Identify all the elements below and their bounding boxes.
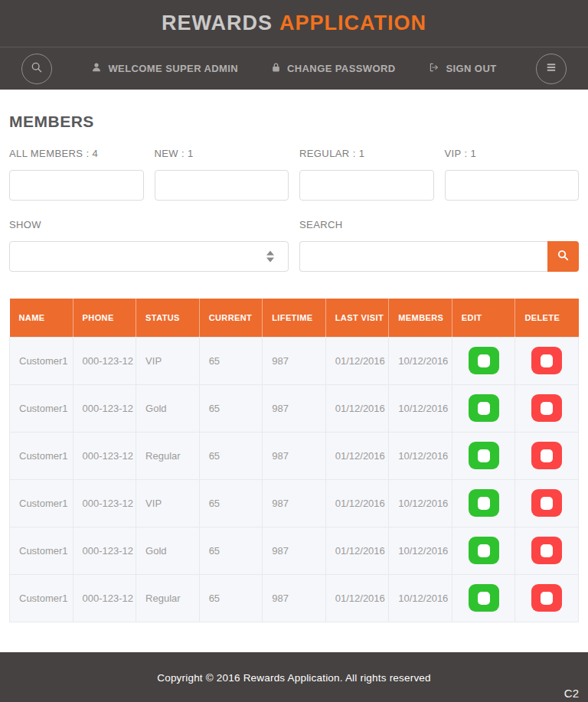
stat-new: NEW : 1 [155,148,289,201]
delete-icon [541,402,553,415]
menu-icon [546,63,557,74]
cell-members: 10/12/2016 [389,337,452,384]
cell-edit [452,432,515,479]
col-header-members: MEMBERS [389,299,452,337]
search-toggle-button[interactable] [21,54,52,84]
nav-sign-out-label: SIGN OUT [446,63,496,74]
delete-icon [541,497,553,510]
edit-icon [478,402,490,415]
app-title-application: APPLICATION [279,11,426,35]
show-control: SHOW [9,219,289,272]
app-header: REWARDS APPLICATION WELCOME SUPER ADMIN … [0,0,588,90]
main-content: MEMBERS ALL MEMBERS : 4 NEW : 1 REGULAR … [0,113,588,622]
table-row: Customer1 000-123-12 Regular 65 987 01/1… [10,574,579,622]
search-label: SEARCH [299,219,579,230]
delete-button[interactable] [531,537,562,564]
edit-button[interactable] [469,537,499,564]
col-header-delete: DELETE [515,299,579,337]
stat-vip-box[interactable] [445,170,580,201]
cell-members: 10/12/2016 [389,432,452,479]
table-row: Customer1 000-123-12 Gold 65 987 01/12/2… [10,384,579,432]
delete-icon [541,592,553,605]
col-header-edit: EDIT [452,299,515,337]
controls-row: SHOW SEARCH [9,219,579,272]
stat-new-label: NEW : 1 [155,148,289,159]
delete-button[interactable] [531,442,562,469]
edit-button[interactable] [469,489,499,517]
cell-phone: 000-123-12 [73,384,136,432]
cell-members: 10/12/2016 [389,384,452,432]
cell-current: 65 [199,432,263,479]
nav-sign-out[interactable]: SIGN OUT [428,62,496,75]
lock-icon [271,62,281,75]
menu-toggle-button[interactable] [536,54,567,84]
cell-last-visit: 01/12/2016 [325,527,389,574]
members-table: NAME PHONE STATUS CURRENT LIFETIME LAST … [9,299,579,622]
cell-delete [515,337,579,384]
edit-icon [478,592,490,605]
search-button[interactable] [547,241,579,272]
stat-regular-label: REGULAR : 1 [299,148,434,159]
user-icon [91,62,102,75]
show-select[interactable] [9,241,289,272]
stat-all-members: ALL MEMBERS : 4 [9,148,144,201]
delete-icon [541,544,553,557]
edit-button[interactable] [469,442,499,469]
stat-regular-box[interactable] [299,170,434,201]
cell-status: Regular [136,432,200,479]
navbar: WELCOME SUPER ADMIN CHANGE PASSWORD SIGN… [0,47,588,90]
app-title: REWARDS APPLICATION [0,0,588,47]
cell-phone: 000-123-12 [73,432,136,479]
col-header-status: STATUS [136,299,200,337]
col-header-name: NAME [10,299,74,337]
cell-name: Customer1 [10,337,74,384]
edit-icon [478,354,490,367]
col-header-phone: PHONE [73,299,136,337]
cell-current: 65 [199,527,263,574]
edit-button[interactable] [469,347,499,374]
edit-icon [478,544,490,557]
stat-new-box[interactable] [155,170,289,201]
app-footer: Copyright © 2016 Rewards Application. Al… [0,652,588,702]
nav-welcome-admin[interactable]: WELCOME SUPER ADMIN [91,62,238,75]
col-header-current: CURRENT [199,299,263,337]
search-input[interactable] [299,241,547,272]
cell-members: 10/12/2016 [389,574,452,622]
cell-status: Gold [136,527,200,574]
stat-all-members-box[interactable] [9,170,144,201]
table-row: Customer1 000-123-12 Gold 65 987 01/12/2… [10,527,579,574]
edit-button[interactable] [469,394,499,422]
cell-name: Customer1 [10,527,74,574]
cell-last-visit: 01/12/2016 [325,574,389,622]
cell-name: Customer1 [10,479,74,527]
stat-vip-label: VIP : 1 [445,148,580,159]
cell-current: 65 [199,384,263,432]
cell-delete [515,574,579,622]
nav-change-password[interactable]: CHANGE PASSWORD [271,62,396,75]
edit-icon [478,449,490,462]
cell-status: VIP [136,479,200,527]
cell-phone: 000-123-12 [73,479,136,527]
cell-last-visit: 01/12/2016 [325,384,389,432]
delete-button[interactable] [531,394,562,422]
search-icon [31,61,43,76]
cell-edit [452,384,515,432]
stat-vip: VIP : 1 [445,148,580,201]
cell-status: Regular [136,574,200,622]
col-header-last-visit: LAST VISIT [325,299,389,337]
cell-current: 65 [199,337,263,384]
nav-change-password-label: CHANGE PASSWORD [287,63,396,74]
sign-out-icon [428,62,439,75]
delete-button[interactable] [531,584,562,612]
stat-regular: REGULAR : 1 [299,148,434,201]
table-row: Customer1 000-123-12 Regular 65 987 01/1… [10,432,579,479]
cell-lifetime: 987 [263,432,326,479]
delete-button[interactable] [531,347,562,374]
cell-status: Gold [136,384,200,432]
cell-delete [515,432,579,479]
cell-name: Customer1 [10,574,74,622]
cell-name: Customer1 [10,432,74,479]
edit-button[interactable] [469,584,499,612]
delete-button[interactable] [531,489,562,517]
cell-lifetime: 987 [263,384,326,432]
